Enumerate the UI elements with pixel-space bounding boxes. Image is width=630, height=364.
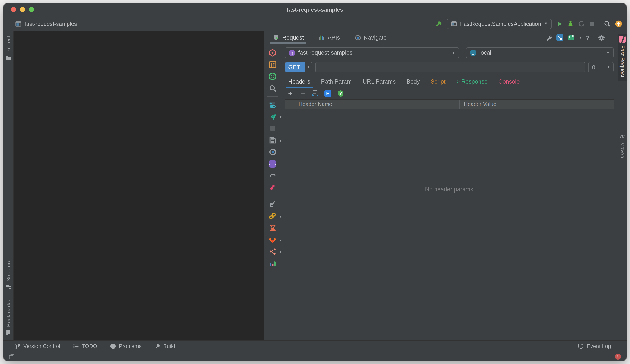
documentation-button[interactable] — [568, 34, 575, 41]
tool-stripe-fast-request[interactable]: Fast Request — [618, 34, 626, 81]
event-log-label: Event Log — [587, 343, 611, 349]
save-request-button[interactable]: ▼ — [267, 135, 278, 146]
tab-path-param[interactable]: Path Param — [318, 78, 355, 88]
tab-script[interactable]: Script — [427, 78, 449, 88]
stop-button[interactable] — [589, 21, 594, 26]
redo-button[interactable] — [267, 170, 278, 181]
bookmark-icon — [6, 330, 11, 335]
header-name-column[interactable]: Header Name — [294, 100, 460, 109]
json-preview-button[interactable]: {…} — [267, 158, 278, 170]
save-dropdown-icon[interactable]: ▼ — [279, 139, 282, 142]
tab-navigate[interactable]: Navigate — [352, 34, 390, 43]
retry-count-select[interactable]: 0 ▼ — [588, 62, 614, 72]
minimize-window-button[interactable] — [20, 7, 25, 12]
run-play-icon — [556, 20, 563, 27]
chevron-down-icon: ▼ — [544, 22, 548, 25]
api-sync-config-button[interactable] — [267, 47, 278, 58]
expand-icon — [556, 34, 564, 41]
history-button[interactable] — [267, 222, 278, 233]
book-dropdown-icon[interactable]: ▼ — [579, 36, 582, 39]
maximize-window-button[interactable] — [29, 7, 34, 12]
clear-button[interactable] — [267, 182, 278, 193]
send-icon — [268, 112, 277, 121]
environment-select-value: local — [480, 49, 492, 56]
header-value-column[interactable]: Header Value — [460, 100, 614, 109]
maven-logo-icon: m — [620, 133, 625, 140]
run-button[interactable] — [556, 20, 563, 27]
send-request-button[interactable]: ▼ — [267, 111, 278, 122]
tool-stripe-problems[interactable]: Problems — [110, 343, 142, 349]
import-button[interactable] — [267, 198, 278, 210]
tab-headers[interactable]: Headers — [285, 78, 314, 88]
panel-settings-button[interactable] — [598, 34, 605, 41]
import-arrow-icon — [268, 200, 276, 208]
tool-window-switcher-icon[interactable] — [9, 354, 15, 360]
share-dropdown-icon[interactable]: ▼ — [279, 250, 282, 253]
tab-navigate-label: Navigate — [364, 34, 387, 41]
remove-header-button[interactable]: − — [298, 89, 307, 98]
run-with-coverage-button[interactable] — [578, 20, 585, 27]
save-floppy-icon — [268, 136, 276, 144]
settings-wrench-button[interactable] — [546, 34, 552, 41]
send-dropdown-icon[interactable]: ▼ — [279, 115, 282, 118]
tool-stripe-build[interactable]: Build — [154, 343, 175, 349]
search-api-button[interactable] — [267, 82, 278, 94]
search-everywhere-button[interactable] — [604, 20, 610, 27]
close-window-button[interactable] — [11, 7, 16, 12]
tab-body[interactable]: Body — [403, 78, 423, 88]
hide-panel-icon[interactable]: — — [609, 34, 614, 41]
tool-stripe-structure[interactable]: Structure — [4, 259, 14, 289]
update-available-button[interactable] — [615, 20, 622, 27]
copy-url-button[interactable]: ▼ — [267, 210, 278, 222]
share-button[interactable]: ▼ — [267, 246, 278, 257]
add-header-button[interactable]: + — [286, 89, 295, 98]
navigate-to-code-button[interactable] — [267, 147, 278, 158]
statistics-button[interactable] — [267, 258, 278, 269]
url-input[interactable] — [316, 62, 585, 72]
method-select[interactable]: GET ▼ — [285, 62, 312, 72]
debug-button[interactable] — [567, 20, 574, 27]
expand-panel-button[interactable] — [556, 34, 564, 41]
run-configuration-select[interactable]: FastRequestSamplesApplication ▼ — [446, 18, 552, 29]
tool-stripe-todo[interactable]: TODO — [73, 343, 97, 349]
tool-stripe-event-log[interactable]: Event Log — [578, 343, 611, 349]
header-preset-button[interactable]: H — [324, 89, 332, 98]
refresh-button[interactable] — [267, 71, 278, 82]
tool-stripe-version-control[interactable]: Version Control — [15, 343, 60, 349]
build-project-button[interactable] — [435, 20, 442, 27]
tab-console[interactable]: Console — [495, 78, 523, 88]
toggle-env-button[interactable] — [267, 99, 278, 110]
help-icon[interactable]: ? — [586, 34, 590, 41]
tool-stripe-bookmarks[interactable]: Bookmarks — [4, 300, 14, 335]
tab-request[interactable]: Request — [270, 34, 306, 43]
apis-bars-icon — [319, 34, 325, 41]
retry-count-value: 0 — [592, 64, 595, 70]
project-select[interactable]: p fast-request-samples ▼ — [285, 47, 459, 58]
collapse-headers-button[interactable] — [311, 89, 320, 98]
gear-icon — [598, 34, 605, 41]
error-notification-badge[interactable]: ! — [615, 354, 621, 360]
stop-icon — [589, 21, 594, 26]
git-branch-icon — [15, 343, 21, 349]
problems-icon — [110, 343, 116, 349]
breadcrumb[interactable]: fast-request-samples — [15, 20, 77, 27]
environment-select[interactable]: E local ▼ — [466, 47, 614, 58]
headers-table-body[interactable]: No header params — [285, 109, 614, 340]
config-sliders-button[interactable] — [267, 59, 278, 70]
book-icon — [568, 34, 575, 41]
tool-stripe-maven[interactable]: m Maven — [618, 133, 626, 158]
project-badge: p — [289, 49, 295, 56]
chevron-down-icon: ▼ — [452, 51, 455, 54]
tab-response[interactable]: > Response — [453, 78, 491, 88]
tab-apis[interactable]: APIs — [316, 34, 342, 43]
copy-url-dropdown-icon[interactable]: ▼ — [279, 215, 282, 218]
editor-area[interactable] — [14, 31, 264, 340]
bar-chart-icon — [268, 260, 276, 267]
stop-request-button[interactable] — [267, 123, 278, 134]
auth-button[interactable] — [336, 89, 345, 98]
gitlab-sync-button[interactable]: ▼ — [267, 234, 278, 245]
tool-stripe-project[interactable]: Project — [4, 36, 14, 61]
gitlab-dropdown-icon[interactable]: ▼ — [279, 238, 282, 241]
right-tool-stripe: Fast Request m Maven — [618, 31, 626, 340]
tab-url-params[interactable]: URL Params — [359, 78, 399, 88]
